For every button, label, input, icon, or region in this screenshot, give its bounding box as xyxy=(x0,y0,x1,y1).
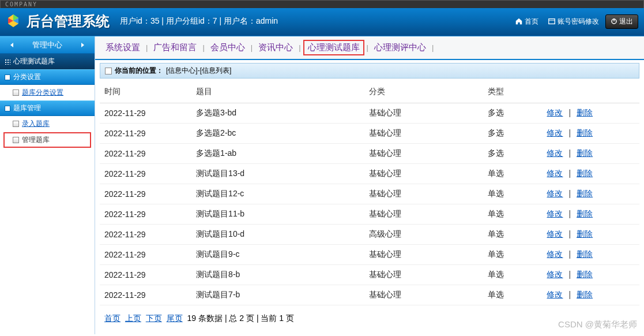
sidebar-item-category-settings[interactable]: 题库分类设置 xyxy=(0,85,95,100)
action-separator: | xyxy=(568,169,571,178)
edit-link[interactable]: 修改 xyxy=(547,290,563,299)
edit-link[interactable]: 修改 xyxy=(547,128,563,137)
topnav-item-3[interactable]: 资讯中心 xyxy=(255,41,296,54)
delete-link[interactable]: 删除 xyxy=(577,108,593,117)
page-prev[interactable]: 上页 xyxy=(125,313,141,323)
edit-link[interactable]: 修改 xyxy=(547,209,563,218)
cell-type: 单选 xyxy=(483,164,543,184)
cell-time: 2022-11-29 xyxy=(100,204,191,225)
action-separator: | xyxy=(568,290,571,299)
delete-link[interactable]: 删除 xyxy=(577,229,593,238)
grid-icon xyxy=(5,59,10,65)
page-next[interactable]: 下页 xyxy=(146,313,162,323)
topnav-item-2[interactable]: 会员中心 xyxy=(207,41,248,54)
cell-time: 2022-11-29 xyxy=(100,144,191,164)
cell-cat: 基础心理 xyxy=(364,103,483,124)
edit-link[interactable]: 修改 xyxy=(547,148,563,158)
edit-link[interactable]: 修改 xyxy=(547,249,563,259)
topnav-item-4[interactable]: 心理测试题库 xyxy=(303,40,364,55)
cell-title: 测试题目7-b xyxy=(191,285,364,305)
cell-cat: 基础心理 xyxy=(364,265,483,285)
delete-link[interactable]: 删除 xyxy=(577,189,593,198)
cell-time: 2022-11-29 xyxy=(100,225,191,245)
logout-label: 退出 xyxy=(619,17,633,27)
doc-icon xyxy=(13,121,19,127)
delete-link[interactable]: 删除 xyxy=(577,270,593,279)
sidebar-section-label: 心理测试题库 xyxy=(0,54,95,69)
action-separator: | xyxy=(568,148,571,158)
nav-separator: | xyxy=(146,43,148,52)
sidebar-section-text: 心理测试题库 xyxy=(13,57,55,66)
cell-cat: 基础心理 xyxy=(364,164,483,184)
cell-cat: 基础心理 xyxy=(364,124,483,144)
cell-time: 2022-11-29 xyxy=(100,124,191,144)
table-row: 2022-11-29多选题1-ab基础心理多选修改|删除 xyxy=(100,144,639,164)
nav-separator: | xyxy=(299,43,300,52)
action-separator: | xyxy=(568,108,571,117)
cell-title: 多选题2-bc xyxy=(191,124,364,144)
cell-type: 多选 xyxy=(483,124,543,144)
sidebar-header: 管理中心 xyxy=(0,36,95,54)
edit-link[interactable]: 修改 xyxy=(547,189,563,198)
breadcrumb-prefix: 你当前的位置： xyxy=(115,66,163,76)
edit-link[interactable]: 修改 xyxy=(547,229,563,238)
topnav-item-1[interactable]: 广告和留言 xyxy=(150,41,200,54)
sidebar-item-manage-questions[interactable]: 管理题库 xyxy=(3,132,91,148)
cell-title: 测试题目9-c xyxy=(191,245,364,265)
table-row: 2022-11-29测试题目9-c基础心理单选修改|删除 xyxy=(100,245,639,265)
doc-icon xyxy=(13,137,19,143)
change-password-link[interactable]: 账号密码修改 xyxy=(545,15,602,28)
table-row: 2022-11-29测试题目12-c基础心理单选修改|删除 xyxy=(100,184,639,204)
cell-type: 单选 xyxy=(483,245,543,265)
cell-actions: 修改|删除 xyxy=(542,245,639,265)
sidebar-link[interactable]: 题库分类设置 xyxy=(22,88,63,98)
col-header: 类型 xyxy=(483,81,543,103)
topnav-item-5[interactable]: 心理测评中心 xyxy=(371,41,430,54)
square-icon xyxy=(5,74,10,80)
cell-actions: 修改|删除 xyxy=(542,225,639,245)
action-separator: | xyxy=(568,270,571,279)
edit-link[interactable]: 修改 xyxy=(547,169,563,178)
table-row: 2022-11-29测试题目10-d高级心理单选修改|删除 xyxy=(100,225,639,245)
cell-type: 单选 xyxy=(483,184,543,204)
edit-link[interactable]: 修改 xyxy=(547,108,563,117)
content-area: 系统设置|广告和留言|会员中心|资讯中心|心理测试题库|心理测评中心| 你当前的… xyxy=(95,36,644,334)
cell-time: 2022-11-29 xyxy=(100,265,191,285)
col-header: 时间 xyxy=(100,81,191,103)
action-separator: | xyxy=(568,249,571,259)
table-row: 2022-11-29测试题目7-b基础心理单选修改|删除 xyxy=(100,285,639,305)
cell-actions: 修改|删除 xyxy=(542,103,639,124)
home-link[interactable]: 首页 xyxy=(512,15,541,28)
cell-type: 单选 xyxy=(483,225,543,245)
panel-question-management[interactable]: 题库管理 xyxy=(0,100,95,116)
action-separator: | xyxy=(568,128,571,137)
data-table: 时间题目分类类型 2022-11-29多选题3-bd基础心理多选修改|删除202… xyxy=(100,81,639,305)
cell-title: 测试题目8-b xyxy=(191,265,364,285)
cell-type: 多选 xyxy=(483,103,543,124)
delete-link[interactable]: 删除 xyxy=(577,148,593,158)
cell-cat: 基础心理 xyxy=(364,144,483,164)
doc-icon xyxy=(13,89,19,96)
table-row: 2022-11-29测试题目11-b基础心理单选修改|删除 xyxy=(100,204,639,225)
logo-icon xyxy=(6,13,21,30)
topnav-item-0[interactable]: 系统设置 xyxy=(102,41,144,54)
delete-link[interactable]: 删除 xyxy=(577,290,593,299)
delete-link[interactable]: 删除 xyxy=(577,169,593,178)
cell-cat: 基础心理 xyxy=(364,204,483,225)
delete-link[interactable]: 删除 xyxy=(577,209,593,218)
sidebar: 管理中心 心理测试题库 分类设置 题库分类设置 题库管理 录入题库 管理题库 xyxy=(0,36,95,334)
panel-label: 题库管理 xyxy=(13,103,41,113)
cell-actions: 修改|删除 xyxy=(542,144,639,164)
delete-link[interactable]: 删除 xyxy=(577,128,593,137)
panel-category-settings[interactable]: 分类设置 xyxy=(0,69,95,85)
cell-cat: 基础心理 xyxy=(364,245,483,265)
edit-link[interactable]: 修改 xyxy=(547,270,563,279)
sidebar-item-import-questions[interactable]: 录入题库 xyxy=(0,116,95,132)
nav-separator: | xyxy=(432,43,434,52)
delete-link[interactable]: 删除 xyxy=(577,249,593,259)
sidebar-link[interactable]: 录入题库 xyxy=(22,119,50,129)
page-last[interactable]: 尾页 xyxy=(167,313,183,323)
logout-button[interactable]: 退出 xyxy=(605,14,638,29)
page-first[interactable]: 首页 xyxy=(104,313,120,323)
cell-time: 2022-11-29 xyxy=(100,164,191,184)
